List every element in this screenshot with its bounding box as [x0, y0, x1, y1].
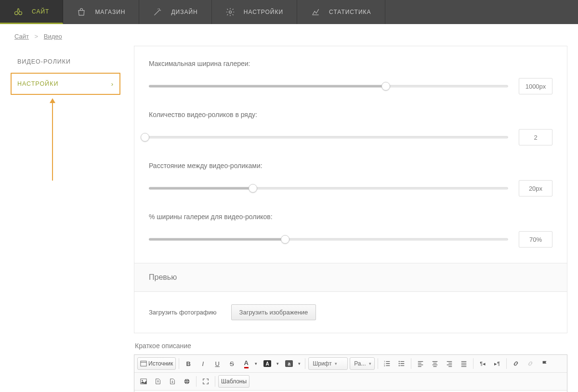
nav-label: МАГАЗИН — [95, 9, 125, 15]
rtl-button[interactable]: ▸¶ — [491, 357, 503, 370]
underline-button[interactable]: U — [211, 357, 223, 370]
highlight-button[interactable]: a ▾ — [282, 357, 302, 370]
align-right-button[interactable] — [443, 357, 456, 370]
breadcrumb-root[interactable]: Сайт — [14, 33, 29, 40]
image-icon — [140, 378, 147, 385]
breadcrumb-current[interactable]: Видео — [44, 33, 62, 40]
gear-icon — [225, 7, 235, 17]
unlink-button — [524, 357, 537, 370]
sidebar-item-label: ВИДЕО-РОЛИКИ — [17, 58, 71, 65]
slider-width-pct[interactable] — [149, 235, 508, 244]
svg-point-8 — [399, 363, 400, 364]
toolbar-separator — [179, 358, 179, 369]
file-arrow-icon — [155, 378, 161, 385]
nav-label: НАСТРОЙКИ — [244, 9, 283, 15]
bag-icon — [77, 7, 86, 17]
short-description-label: Краткое описание — [135, 342, 567, 350]
svg-point-2 — [229, 11, 231, 13]
breadcrumb: Сайт > Видео — [0, 24, 578, 46]
anchor-button[interactable] — [539, 357, 551, 370]
svg-point-7 — [399, 361, 400, 362]
setting-max-width: Максимальная ширина галереи: 1000px — [149, 60, 552, 94]
main-content: Максимальная ширина галереи: 1000px Коли… — [134, 46, 567, 392]
ul-icon — [398, 360, 405, 367]
toolbar-separator — [378, 358, 378, 369]
unlink-icon — [527, 360, 534, 367]
toolbar-separator — [473, 358, 473, 369]
slider-thumb[interactable] — [281, 235, 289, 244]
text-color-button[interactable]: A ▾ — [240, 357, 259, 370]
globe-button[interactable] — [181, 375, 193, 388]
upload-image-button[interactable]: Загрузить изображение — [231, 304, 316, 320]
svg-rect-3 — [141, 361, 146, 366]
slider-gap[interactable] — [149, 183, 508, 193]
bold-button[interactable]: B — [182, 357, 195, 370]
ordered-list-button[interactable]: 123 — [381, 357, 394, 370]
unordered-list-button[interactable] — [395, 357, 408, 370]
nav-item-settings[interactable]: НАСТРОЙКИ — [212, 0, 297, 24]
nav-item-design[interactable]: ДИЗАЙН — [139, 0, 211, 24]
nav-item-stats[interactable]: СТАТИСТИКА — [297, 0, 385, 24]
align-justify-icon — [460, 360, 467, 367]
setting-gap: Расстояние между видео-роликами: 20px — [149, 162, 552, 196]
source-button[interactable]: Источник — [137, 357, 176, 370]
setting-per-row: Количество видео-роликов в ряду: 2 — [149, 111, 552, 145]
link-button[interactable] — [510, 357, 522, 370]
value-box[interactable]: 1000px — [519, 78, 552, 94]
slider-max-width[interactable] — [149, 81, 508, 91]
svg-point-1 — [19, 12, 22, 15]
nav-item-site[interactable]: САЙТ — [0, 0, 63, 24]
value-box[interactable]: 20px — [519, 180, 552, 196]
svg-point-0 — [15, 12, 18, 15]
chevron-right-icon: › — [111, 80, 114, 88]
sidebar-item-label: НАСТРОЙКИ — [17, 80, 58, 87]
nav-item-shop[interactable]: МАГАЗИН — [63, 0, 139, 24]
image-button[interactable] — [137, 375, 150, 388]
chart-icon — [311, 7, 320, 17]
setting-width-pct: % ширины галереи для видео-роликов: 70% — [149, 213, 552, 248]
preview-body: Загрузить фотографию Загрузить изображен… — [134, 291, 567, 333]
file-download-button[interactable] — [166, 375, 179, 388]
flag-icon — [541, 360, 548, 367]
ltr-button[interactable]: ¶◂ — [476, 357, 489, 370]
globe-icon — [184, 378, 190, 385]
toolbar-separator — [305, 358, 305, 369]
align-left-button[interactable] — [414, 357, 427, 370]
templates-button[interactable]: Шаблоны — [218, 375, 250, 388]
align-center-button[interactable] — [429, 357, 441, 370]
slider-thumb[interactable] — [249, 184, 257, 193]
value-box[interactable]: 2 — [519, 129, 552, 145]
slider-thumb[interactable] — [141, 133, 149, 142]
breadcrumb-sep: > — [35, 33, 39, 40]
editor-toolbar-row-1: Источник B I U S A ▾ A ▾ a ▾ — [134, 355, 567, 373]
toolbar-separator — [215, 376, 215, 387]
align-right-icon — [446, 360, 453, 367]
italic-button[interactable]: I — [197, 357, 209, 370]
slider-per-row[interactable] — [145, 132, 508, 142]
editor-toolbar-row-2: Шаблоны — [134, 373, 567, 391]
strike-button[interactable]: S — [225, 357, 238, 370]
maximize-button[interactable] — [199, 375, 212, 388]
sidebar-item-videos[interactable]: ВИДЕО-РОЛИКИ — [11, 51, 120, 73]
file-arrow-down-icon — [169, 378, 176, 385]
slider-thumb[interactable] — [381, 82, 390, 91]
font-select[interactable]: Шрифт▾ — [308, 357, 348, 370]
svg-point-9 — [399, 365, 400, 366]
svg-text:3: 3 — [384, 365, 385, 367]
align-justify-button[interactable] — [458, 357, 470, 370]
nav-label: САЙТ — [32, 8, 49, 15]
setting-label: Максимальная ширина галереи: — [149, 60, 552, 67]
maximize-icon — [202, 378, 209, 385]
nav-label: СТАТИСТИКА — [329, 9, 371, 15]
file-upload-button[interactable] — [152, 375, 164, 388]
bg-color-button[interactable]: A ▾ — [261, 357, 280, 370]
nav-label: ДИЗАЙН — [171, 9, 197, 15]
toolbar-separator — [506, 358, 507, 369]
size-select[interactable]: Ра...▾ — [350, 357, 375, 370]
upload-label: Загрузить фотографию — [149, 309, 217, 316]
preview-heading: Превью — [134, 263, 567, 291]
link-icon — [512, 360, 519, 367]
ol-icon: 123 — [384, 360, 391, 367]
value-box[interactable]: 70% — [519, 231, 552, 248]
sidebar-item-settings[interactable]: НАСТРОЙКИ › — [11, 73, 120, 95]
